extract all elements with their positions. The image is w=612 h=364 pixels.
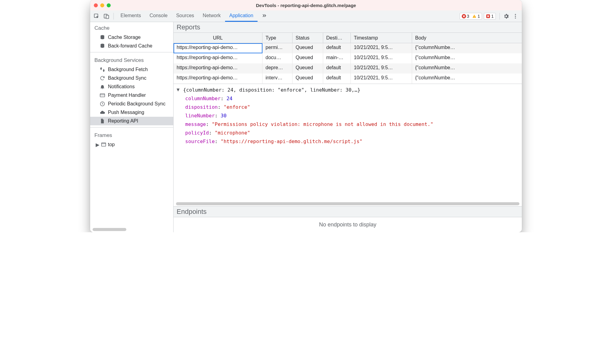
detail-summary[interactable]: ▼ {columnNumber: 24, disposition: "enfor…	[177, 86, 519, 94]
sidebar-item-periodic[interactable]: Periodic Background Sync	[90, 100, 173, 108]
reports-title: Reports	[174, 22, 522, 33]
chevron-down-icon: ▼	[177, 85, 180, 94]
console-counters[interactable]: 3 1	[460, 13, 482, 20]
svg-rect-5	[474, 17, 475, 17]
table-row[interactable]: https://reporting-api-demo… interv… Queu…	[174, 74, 522, 84]
window-icon	[101, 142, 107, 148]
cell-ts: 10/21/2021, 9:5…	[351, 43, 412, 53]
col-timestamp[interactable]: Timestamp	[351, 33, 412, 43]
minimize-window[interactable]	[100, 3, 104, 7]
tab-application[interactable]: Application	[225, 10, 258, 22]
sidebar-item-bg-fetch[interactable]: Background Fetch	[90, 65, 173, 74]
separator	[90, 127, 173, 127]
cell-body: {"columnNumbe…	[412, 63, 522, 74]
col-url[interactable]: URL	[174, 33, 262, 43]
sidebar-item-label: Reporting API	[108, 118, 138, 124]
database-icon	[99, 43, 105, 49]
bell-icon	[99, 84, 105, 90]
detail-prop: columnNumber: 24	[177, 94, 519, 103]
cell-url: https://reporting-api-demo…	[174, 53, 262, 63]
sidebar-item-bf-cache[interactable]: Back-forward Cache	[90, 42, 173, 50]
cell-type: docu…	[262, 53, 293, 63]
sidebar-item-label: Cache Storage	[108, 35, 141, 40]
card-icon	[99, 92, 105, 98]
cell-body: {"columnNumbe…	[412, 74, 522, 84]
reports-rows: https://reporting-api-demo… permi… Queue…	[174, 43, 522, 84]
sidebar-item-label: Background Sync	[108, 75, 146, 81]
sidebar-scrollbar[interactable]	[90, 227, 173, 232]
cell-dest: default	[323, 63, 351, 74]
issue-icon	[486, 14, 490, 18]
col-destination[interactable]: Desti…	[323, 33, 351, 43]
detail-prop: message: "Permissions policy violation: …	[177, 120, 519, 129]
col-status[interactable]: Status	[293, 33, 323, 43]
tabs-overflow[interactable]	[258, 10, 271, 22]
sidebar-item-payment[interactable]: Payment Handler	[90, 91, 173, 100]
report-detail: ▼ {columnNumber: 24, disposition: "enfor…	[174, 84, 522, 201]
table-row[interactable]: https://reporting-api-demo… depre… Queue…	[174, 63, 522, 74]
cell-body: {"columnNumbe…	[412, 53, 522, 63]
content: Cache Cache Storage Back-forward Cache B…	[90, 22, 522, 232]
application-sidebar: Cache Cache Storage Back-forward Cache B…	[90, 22, 174, 232]
more-button[interactable]	[511, 12, 520, 21]
sidebar-section-bg: Background Services	[90, 54, 173, 65]
sidebar-item-label: Notifications	[108, 84, 135, 89]
cell-body: {"columnNumbe…	[412, 43, 522, 53]
endpoints-empty: No endpoints to display	[174, 217, 522, 232]
cell-type: interv…	[262, 74, 293, 84]
kebab-icon	[512, 13, 518, 19]
cell-url: https://reporting-api-demo…	[174, 74, 262, 84]
gear-icon	[503, 13, 509, 19]
cell-type: permi…	[262, 43, 293, 53]
close-window[interactable]	[94, 3, 98, 7]
transfer-icon	[99, 66, 105, 73]
titlebar: DevTools - reporting-api-demo.glitch.me/…	[90, 0, 522, 10]
tab-console[interactable]: Console	[145, 10, 172, 22]
sidebar-item-bg-sync[interactable]: Background Sync	[90, 74, 173, 82]
window-controls	[94, 3, 111, 7]
table-row[interactable]: https://reporting-api-demo… docu… Queued…	[174, 53, 522, 63]
error-count: 3	[467, 14, 469, 19]
svg-rect-4	[474, 16, 475, 17]
svg-rect-2	[106, 15, 109, 18]
sidebar-item-push[interactable]: Push Messaging	[90, 108, 173, 117]
tab-network[interactable]: Network	[198, 10, 225, 22]
window-title: DevTools - reporting-api-demo.glitch.me/…	[90, 3, 522, 8]
sync-icon	[99, 75, 105, 81]
detail-prop: lineNumber: 30	[177, 112, 519, 120]
chevron-right-icon: ▶	[96, 142, 99, 148]
settings-button[interactable]	[502, 12, 511, 21]
cell-dest: main-…	[323, 53, 351, 63]
maximize-window[interactable]	[107, 3, 111, 7]
tab-elements[interactable]: Elements	[116, 10, 145, 22]
col-type[interactable]: Type	[262, 33, 293, 43]
cell-ts: 10/21/2021, 9:5…	[351, 53, 412, 63]
separator	[113, 13, 114, 20]
cell-status: Queued	[293, 53, 323, 63]
cell-type: depre…	[262, 63, 293, 74]
toolbar-right: 3 1 1	[460, 12, 520, 21]
sidebar-section-frames: Frames	[90, 129, 173, 140]
database-icon	[99, 34, 105, 40]
detail-prop: policyId: "microphone"	[177, 129, 519, 137]
table-row[interactable]: https://reporting-api-demo… permi… Queue…	[174, 43, 522, 53]
issues-counter[interactable]: 1	[484, 13, 496, 20]
endpoints-title: Endpoints	[174, 206, 522, 217]
sidebar-item-label: Periodic Background Sync	[108, 101, 166, 107]
panel-tabs: Elements Console Sources Network Applica…	[116, 10, 271, 22]
cell-url: https://reporting-api-demo…	[174, 63, 262, 74]
sidebar-item-cache-storage[interactable]: Cache Storage	[90, 33, 173, 42]
devtools-window: DevTools - reporting-api-demo.glitch.me/…	[90, 0, 522, 232]
detail-prop: disposition: "enforce"	[177, 103, 519, 112]
sidebar-item-notifications[interactable]: Notifications	[90, 82, 173, 91]
svg-point-8	[515, 16, 516, 17]
device-toggle-icon[interactable]	[102, 12, 111, 21]
col-body[interactable]: Body	[412, 33, 522, 43]
sidebar-item-frame-top[interactable]: ▶ top	[90, 140, 173, 149]
sidebar-item-reporting-api[interactable]: Reporting API	[90, 117, 173, 125]
detail-scrollbar[interactable]	[174, 201, 522, 206]
inspect-icon[interactable]	[92, 12, 101, 21]
cell-ts: 10/21/2021, 9:5…	[351, 74, 412, 84]
tab-sources[interactable]: Sources	[172, 10, 198, 22]
reports-table: URL Type Status Desti… Timestamp Body ht…	[174, 33, 522, 84]
